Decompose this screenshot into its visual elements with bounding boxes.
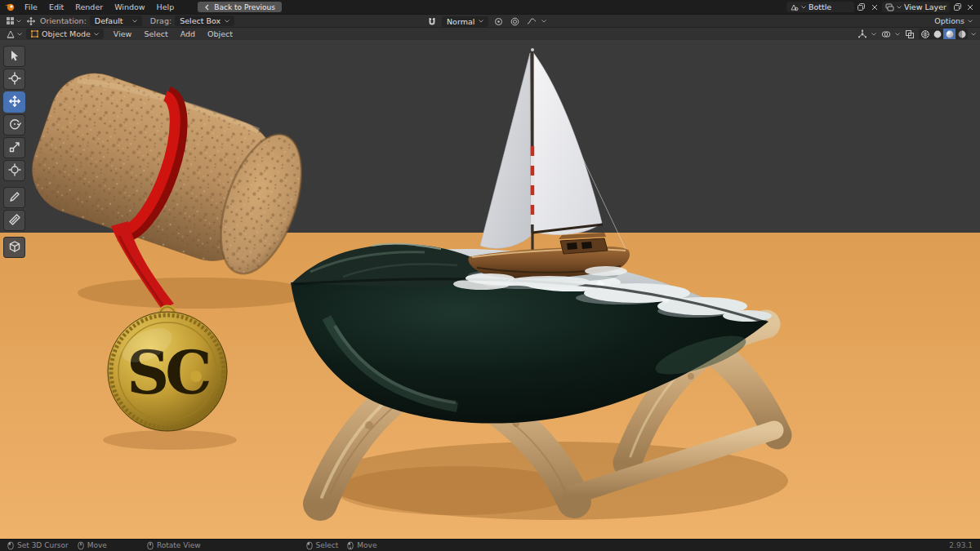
status-hint: Select bbox=[306, 541, 339, 550]
annotate-icon bbox=[8, 190, 21, 206]
mouse-left-drag-icon bbox=[347, 541, 354, 550]
chevron-down-icon bbox=[479, 20, 483, 23]
cabin bbox=[559, 233, 608, 254]
mode-dropdown[interactable]: Object Mode bbox=[26, 29, 104, 39]
snap-proportional-cluster: Normal bbox=[425, 16, 546, 27]
tool-scale[interactable] bbox=[3, 137, 25, 158]
chevron-down-icon bbox=[16, 20, 21, 23]
chevron-down-icon bbox=[541, 20, 546, 23]
new-view-layer-button[interactable] bbox=[951, 2, 963, 12]
active-tool-move-icon bbox=[24, 16, 37, 26]
tool-settings-editor-icon[interactable] bbox=[4, 16, 16, 26]
view-layer-icon bbox=[885, 3, 894, 11]
shading-mode-group bbox=[919, 29, 968, 39]
chevron-down-icon bbox=[897, 6, 902, 9]
status-hint: Move bbox=[347, 541, 376, 550]
drag-value: Select Box bbox=[180, 16, 220, 25]
tool-select-box[interactable] bbox=[3, 46, 25, 67]
chevron-down-icon bbox=[971, 33, 976, 36]
chevron-down-icon bbox=[94, 33, 99, 36]
status-hint: Set 3D Cursor bbox=[7, 541, 69, 550]
editor-type-icon[interactable] bbox=[4, 29, 16, 39]
tool-rotate[interactable] bbox=[3, 114, 25, 136]
proportional-editing-icon[interactable] bbox=[509, 16, 521, 27]
mouse-middle-icon bbox=[147, 541, 154, 550]
topbar: File Edit Render Window Help Back to Pre… bbox=[0, 0, 980, 14]
chevron-down-icon bbox=[132, 20, 137, 23]
object-mode-icon bbox=[31, 30, 38, 38]
hint-label: Set 3D Cursor bbox=[17, 541, 69, 549]
add-cube-icon bbox=[8, 240, 21, 256]
menu-object[interactable]: Object bbox=[202, 29, 238, 39]
menu-file[interactable]: File bbox=[19, 2, 43, 12]
transform-icon bbox=[8, 163, 21, 179]
snap-mode-value: Normal bbox=[447, 17, 474, 26]
select-box-icon bbox=[8, 49, 21, 64]
menu-help[interactable]: Help bbox=[151, 2, 180, 12]
menu-view[interactable]: View bbox=[108, 29, 138, 39]
scene-selector[interactable]: Bottle bbox=[786, 2, 854, 12]
cursor-icon bbox=[8, 72, 21, 87]
tool-cursor[interactable] bbox=[3, 69, 25, 90]
options-label: Options bbox=[934, 16, 964, 25]
wireframe-shading-icon[interactable] bbox=[919, 29, 931, 39]
menu-edit[interactable]: Edit bbox=[43, 2, 69, 12]
remove-view-layer-button[interactable] bbox=[964, 2, 976, 12]
snap-magnet-icon[interactable] bbox=[425, 16, 438, 27]
tool-annotate[interactable] bbox=[3, 187, 25, 208]
tool-settings-bar: Orientation: Default Drag: Select Box No… bbox=[0, 14, 980, 27]
snap-mode-dropdown[interactable]: Normal bbox=[442, 16, 488, 27]
back-to-previous-label: Back to Previous bbox=[214, 3, 275, 11]
unlink-scene-button[interactable] bbox=[869, 2, 880, 12]
viewport-3d[interactable]: SC bbox=[0, 40, 980, 539]
view-layer-selector[interactable]: View Layer bbox=[882, 2, 950, 12]
mast-stripes bbox=[531, 146, 534, 224]
show-overlays-icon[interactable] bbox=[880, 29, 892, 39]
solid-shading-icon[interactable] bbox=[931, 29, 943, 39]
orientation-dropdown[interactable]: Default bbox=[90, 16, 142, 26]
proportional-falloff-icon[interactable] bbox=[525, 16, 537, 27]
scene-name-field[interactable]: Bottle bbox=[808, 2, 851, 11]
back-arrow-icon bbox=[204, 4, 211, 11]
rotate-icon bbox=[8, 118, 21, 133]
move-icon bbox=[8, 95, 21, 110]
menu-add[interactable]: Add bbox=[175, 29, 201, 39]
orientation-label: Orientation: bbox=[40, 16, 87, 25]
snap-target-icon[interactable] bbox=[492, 16, 505, 27]
chevron-down-icon bbox=[968, 20, 973, 23]
menu-select[interactable]: Select bbox=[138, 29, 173, 39]
drag-dropdown[interactable]: Select Box bbox=[175, 16, 234, 26]
chevron-down-icon bbox=[801, 6, 806, 9]
viewport-header-right bbox=[856, 29, 976, 39]
status-hint: Rotate View bbox=[147, 541, 201, 550]
tool-transform[interactable] bbox=[3, 160, 25, 181]
main-menus: File Edit Render Window Help bbox=[19, 2, 180, 12]
view-layer-name-field[interactable]: View Layer bbox=[904, 2, 947, 11]
status-hint: Move bbox=[78, 541, 107, 550]
mouse-left-icon bbox=[7, 541, 14, 550]
material-preview-shading-icon[interactable] bbox=[943, 29, 956, 39]
blender-window: File Edit Render Window Help Back to Pre… bbox=[0, 0, 980, 551]
hint-label: Rotate View bbox=[157, 541, 201, 549]
tool-add-cube[interactable] bbox=[3, 237, 25, 258]
status-bar: Set 3D Cursor Move Rotate View Select Mo… bbox=[0, 539, 980, 551]
options-dropdown[interactable]: Options bbox=[931, 16, 976, 25]
tool-shelf bbox=[3, 46, 25, 260]
menu-window[interactable]: Window bbox=[109, 2, 150, 12]
back-to-previous-button[interactable]: Back to Previous bbox=[198, 2, 282, 12]
mouse-middle-icon bbox=[78, 541, 84, 550]
topbar-right: Bottle View Layer bbox=[786, 2, 976, 12]
orientation-value: Default bbox=[95, 16, 123, 25]
version-label: 2.93.1 bbox=[949, 541, 973, 549]
blender-logo-icon[interactable] bbox=[4, 2, 16, 11]
scene-canvas[interactable]: SC bbox=[0, 40, 980, 539]
show-gizmo-icon[interactable] bbox=[856, 29, 868, 39]
new-scene-button[interactable] bbox=[856, 2, 867, 12]
toggle-xray-icon[interactable] bbox=[903, 29, 915, 39]
menu-render[interactable]: Render bbox=[69, 2, 109, 12]
chevron-down-icon bbox=[17, 33, 22, 36]
tool-move[interactable] bbox=[3, 91, 25, 113]
rendered-shading-icon[interactable] bbox=[956, 29, 968, 39]
tool-measure[interactable] bbox=[3, 210, 25, 231]
chevron-down-icon bbox=[871, 33, 876, 36]
